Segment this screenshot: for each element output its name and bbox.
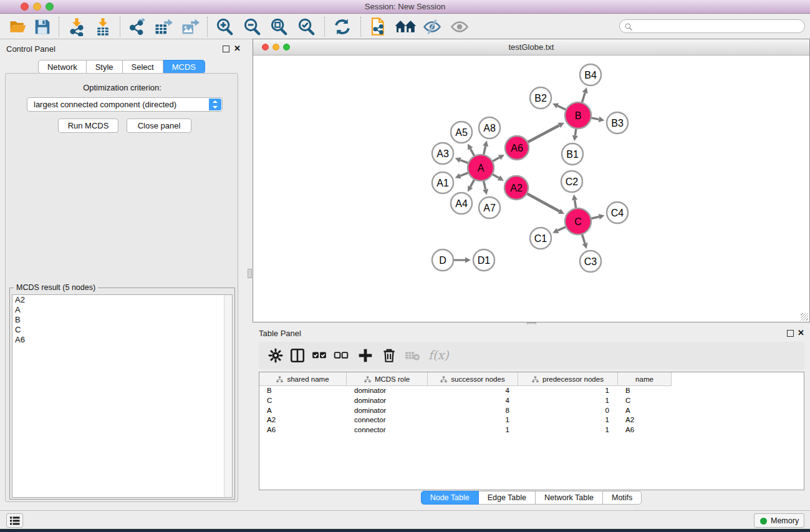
table-cell[interactable]: dominator <box>347 406 428 416</box>
column-header-MCDS-role[interactable]: MCDS role <box>347 372 428 386</box>
network-window-title: testGlobe.txt <box>253 39 809 55</box>
function-builder-button[interactable]: f(x) <box>428 348 449 362</box>
table-cell[interactable]: 1 <box>518 396 618 406</box>
network-canvas[interactable]: B4B2BB3A5A8A6B1A3AC2A1A2A4A7C4CC1C3DD1 <box>253 56 809 322</box>
save-session-icon[interactable] <box>33 17 52 36</box>
result-item[interactable]: A <box>12 305 232 315</box>
result-item[interactable]: B <box>12 315 232 325</box>
show-all-eye-icon[interactable] <box>450 17 469 36</box>
export-table-icon[interactable] <box>154 17 173 36</box>
mcds-result-fieldset: MCDS result (5 nodes) A2ABCA6 <box>9 288 235 500</box>
table-cell[interactable]: 4 <box>428 396 518 406</box>
table-cell[interactable]: 1 <box>518 386 618 396</box>
column-header-shared-name[interactable]: shared name <box>259 372 347 386</box>
column-header-successor-nodes[interactable]: successor nodes <box>428 372 518 386</box>
deselect-all-columns-icon[interactable] <box>333 347 349 364</box>
network-maximize-button[interactable] <box>283 44 290 51</box>
new-network-from-file-icon[interactable] <box>369 17 388 36</box>
add-column-icon[interactable] <box>357 347 374 364</box>
zoom-in-icon[interactable] <box>215 17 234 36</box>
tab-node-table[interactable]: Node Table <box>421 491 479 505</box>
table-cell[interactable]: 1 <box>428 415 518 425</box>
table-cell[interactable]: A <box>618 406 672 416</box>
table-cell[interactable]: B <box>618 386 672 396</box>
search-input[interactable] <box>636 21 798 32</box>
optimization-criterion-select[interactable]: largest connected component (directed) <box>27 97 223 112</box>
table-options-gear-icon[interactable] <box>268 347 284 364</box>
close-panel-icon[interactable]: ✕ <box>234 44 241 53</box>
memory-status-dot <box>760 518 767 525</box>
run-mcds-button[interactable]: Run MCDS <box>58 118 118 133</box>
result-item[interactable]: C <box>12 325 232 335</box>
tab-select[interactable]: Select <box>123 60 163 74</box>
table-row[interactable]: Cdominator41C <box>259 396 804 406</box>
minimize-window-button[interactable] <box>33 2 41 11</box>
table-cell[interactable]: 1 <box>518 425 618 435</box>
network-minimize-button[interactable] <box>272 44 279 51</box>
table-cell[interactable]: 0 <box>518 406 618 416</box>
export-network-icon[interactable] <box>128 17 147 36</box>
table-row[interactable]: Bdominator41B <box>259 386 804 396</box>
table-cell[interactable]: C <box>259 396 347 406</box>
tab-network-table[interactable]: Network Table <box>536 491 603 505</box>
table-cell[interactable]: connector <box>347 425 428 435</box>
tab-network[interactable]: Network <box>38 60 87 74</box>
table-cell[interactable]: 1 <box>428 425 518 435</box>
open-session-icon[interactable] <box>9 17 27 36</box>
table-cell[interactable]: A2 <box>259 415 347 425</box>
table-row[interactable]: Adominator80A <box>259 406 804 416</box>
table-cell[interactable]: 8 <box>428 406 518 416</box>
delete-columns-trash-icon[interactable] <box>381 347 397 364</box>
tab-style[interactable]: Style <box>87 60 123 74</box>
result-list-scrollbar[interactable] <box>224 295 232 497</box>
tab-edge-table[interactable]: Edge Table <box>479 491 536 505</box>
column-header-name[interactable]: name <box>618 372 672 386</box>
node-label-B2: B2 <box>534 93 547 104</box>
horizontal-splitter-handle[interactable] <box>248 269 252 278</box>
window-resize-grip[interactable] <box>801 313 808 321</box>
table-cell[interactable]: 1 <box>518 415 618 425</box>
table-cell[interactable]: A2 <box>618 415 672 425</box>
task-history-button[interactable] <box>6 513 23 528</box>
close-window-button[interactable] <box>21 2 29 11</box>
import-network-icon[interactable] <box>67 17 86 36</box>
tab-mcds[interactable]: MCDS <box>163 60 205 74</box>
table-cell[interactable]: A6 <box>259 425 347 435</box>
table-cell[interactable]: C <box>618 396 672 406</box>
table-cell[interactable]: A6 <box>618 425 672 435</box>
export-image-icon[interactable] <box>181 17 200 36</box>
refresh-icon[interactable] <box>333 17 352 36</box>
zoom-selected-icon[interactable] <box>297 17 316 36</box>
table-row[interactable]: A6connector11A6 <box>259 425 804 435</box>
mcds-result-list[interactable]: A2ABCA6 <box>12 294 233 498</box>
delete-table-icon[interactable] <box>404 347 420 364</box>
app-titlebar: Session: New Session <box>0 0 810 14</box>
float-panel-icon[interactable] <box>223 46 229 52</box>
table-row[interactable]: A2connector11A2 <box>259 415 804 425</box>
close-table-panel-icon[interactable]: ✕ <box>798 328 804 337</box>
maximize-window-button[interactable] <box>46 2 54 11</box>
result-item[interactable]: A2 <box>12 295 232 305</box>
table-cell[interactable]: connector <box>347 415 428 425</box>
split-panel-icon[interactable] <box>289 347 306 364</box>
table-cell[interactable]: dominator <box>347 396 428 406</box>
select-all-columns-icon[interactable] <box>311 347 327 364</box>
table-cell[interactable]: A <box>259 406 347 416</box>
network-close-button[interactable] <box>262 44 269 51</box>
table-cell[interactable]: 4 <box>428 386 518 396</box>
memory-button[interactable]: Memory <box>754 513 804 528</box>
zoom-fit-icon[interactable] <box>269 17 288 36</box>
result-item[interactable]: A6 <box>12 335 232 345</box>
zoom-out-icon[interactable] <box>243 17 261 36</box>
desktop-background-strip <box>0 529 810 532</box>
table-tabs: Node TableEdge TableNetwork TableMotifs <box>253 491 810 505</box>
table-cell[interactable]: dominator <box>347 386 428 396</box>
table-cell[interactable]: B <box>259 386 347 396</box>
column-header-predecessor-nodes[interactable]: predecessor nodes <box>518 372 618 386</box>
float-table-panel-icon[interactable] <box>787 330 794 337</box>
tab-motifs[interactable]: Motifs <box>603 491 642 505</box>
import-table-icon[interactable] <box>94 17 112 36</box>
hide-selected-eye-icon[interactable] <box>423 17 441 36</box>
home-icon[interactable] <box>394 17 418 36</box>
close-panel-button[interactable]: Close panel <box>127 118 191 133</box>
